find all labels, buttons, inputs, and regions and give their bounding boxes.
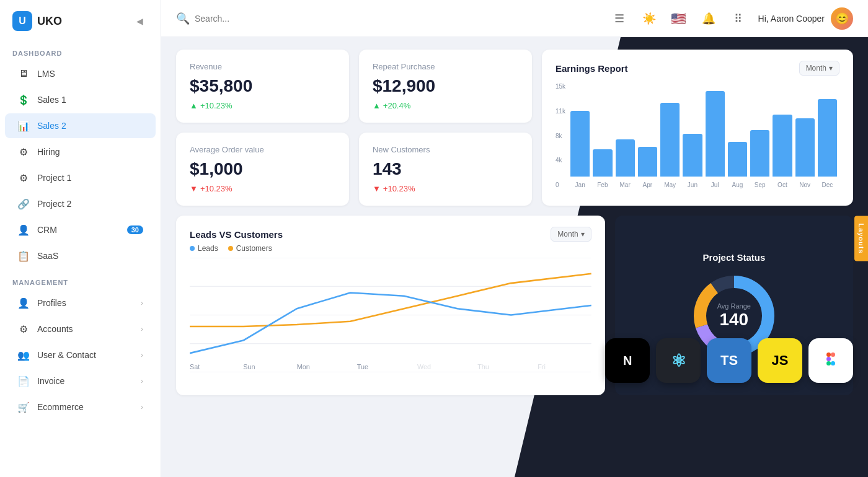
sidebar-item-hiring[interactable]: ⚙ Hiring bbox=[5, 139, 156, 164]
customers-line bbox=[190, 274, 591, 326]
down-arrow-icon: ▼ bbox=[190, 184, 198, 193]
ecommerce-icon: 🛒 bbox=[17, 401, 30, 413]
layouts-tab[interactable]: Layouts bbox=[854, 216, 868, 261]
bar-apr[interactable] bbox=[638, 147, 657, 177]
bar-nov[interactable] bbox=[795, 118, 815, 177]
y-axis-labels: 15k 11k 8k 4k 0 bbox=[556, 83, 568, 188]
bar-may[interactable] bbox=[660, 103, 680, 177]
bar-dec[interactable] bbox=[818, 99, 837, 177]
leads-line bbox=[190, 293, 591, 354]
bar-jan[interactable] bbox=[570, 111, 590, 177]
customers-legend-label: Customers bbox=[236, 244, 272, 253]
sidebar-item-sales2[interactable]: 📊 Sales 2 bbox=[5, 113, 156, 138]
new-customers-change-text: +10.23% bbox=[383, 184, 415, 193]
javascript-icon[interactable]: JS bbox=[758, 338, 802, 383]
donut-label: Avg Range 140 bbox=[717, 302, 751, 330]
sidebar-label-crm: CRM bbox=[37, 225, 120, 235]
bar-group-feb: Feb bbox=[593, 149, 612, 188]
sidebar-label-invoice: Invoice bbox=[37, 376, 133, 386]
apps-grid-icon[interactable]: ⠿ bbox=[728, 9, 748, 28]
revenue-change: ▲ +10.23% bbox=[190, 101, 335, 110]
sidebar-label-saas: SaaS bbox=[37, 251, 143, 261]
bar-label-feb: Feb bbox=[597, 182, 608, 188]
sidebar-label-project1: Project 1 bbox=[37, 173, 143, 183]
avg-order-change: ▼ +10.23% bbox=[190, 184, 335, 193]
earnings-period-selector[interactable]: Month ▾ bbox=[799, 61, 839, 76]
new-customers-value: 143 bbox=[373, 159, 518, 179]
menu-lines-icon[interactable]: ☰ bbox=[609, 9, 629, 28]
avg-order-value: $1,000 bbox=[190, 159, 335, 179]
new-customers-change: ▼ +10.23% bbox=[373, 184, 518, 193]
bar-label-aug: Aug bbox=[732, 182, 743, 188]
profiles-icon: 👤 bbox=[17, 297, 30, 309]
bar-group-nov: Nov bbox=[795, 118, 815, 188]
new-customers-label: New Customers bbox=[373, 145, 518, 154]
sidebar-item-profiles[interactable]: 👤 Profiles › bbox=[5, 291, 156, 315]
management-section-label: MANAGEMENT bbox=[0, 269, 161, 290]
bar-label-mar: Mar bbox=[620, 182, 631, 188]
sidebar-item-ecommerce[interactable]: 🛒 Ecommerce › bbox=[5, 395, 156, 419]
sidebar-label-sales1: Sales 1 bbox=[37, 95, 143, 105]
collapse-sidebar-button[interactable]: ◀ bbox=[131, 12, 148, 30]
content-area: Revenue $35,800 ▲ +10.23% Repeat Purchas… bbox=[161, 37, 868, 477]
bar-sep[interactable] bbox=[750, 130, 769, 177]
leads-legend-item: Leads bbox=[190, 244, 218, 253]
svg-text:N: N bbox=[623, 354, 632, 367]
sidebar-item-project1[interactable]: ⚙ Project 1 bbox=[5, 165, 156, 190]
bar-feb[interactable] bbox=[593, 149, 612, 177]
search-input[interactable] bbox=[195, 14, 319, 24]
tech-icons-row: N ⚛ TS JS bbox=[605, 338, 853, 383]
line-chart-svg: Sat Sun Mon Tue Wed Thu Fri 150 100 50 0 bbox=[190, 258, 591, 372]
nextjs-icon[interactable]: N bbox=[605, 338, 650, 383]
theme-toggle-icon[interactable]: ☀️ bbox=[639, 9, 659, 28]
bar-mar[interactable] bbox=[616, 139, 635, 177]
search-area: 🔍 bbox=[176, 12, 602, 25]
react-icon[interactable]: ⚛ bbox=[656, 338, 701, 383]
bar-jun[interactable] bbox=[683, 134, 702, 177]
sidebar-item-saas[interactable]: 📋 SaaS bbox=[5, 243, 156, 268]
bar-oct[interactable] bbox=[773, 115, 792, 177]
user-profile[interactable]: Hi, Aaron Cooper 😊 bbox=[758, 7, 853, 30]
customers-dot bbox=[228, 246, 233, 251]
svg-text:Tue: Tue bbox=[357, 363, 368, 370]
sidebar-item-invoice[interactable]: 📄 Invoice › bbox=[5, 369, 156, 393]
saas-icon: 📋 bbox=[17, 250, 30, 262]
leads-dot bbox=[190, 246, 195, 251]
bar-group-dec: Dec bbox=[818, 99, 837, 188]
repeat-purchase-card: Repeat Purchase $12,900 ▲ +20.4% bbox=[359, 50, 532, 123]
sidebar-item-lms[interactable]: 🖥 LMS bbox=[5, 61, 156, 86]
svg-point-27 bbox=[831, 361, 835, 365]
svg-text:Mon: Mon bbox=[297, 363, 310, 370]
bar-jul[interactable] bbox=[706, 91, 725, 177]
new-customers-card: New Customers 143 ▼ +10.23% bbox=[359, 133, 532, 206]
leads-period-selector[interactable]: Month ▾ bbox=[551, 227, 591, 242]
bar-group-oct: Oct bbox=[773, 115, 792, 188]
line-chart-container: Sat Sun Mon Tue Wed Thu Fri 150 100 50 0 bbox=[190, 258, 591, 372]
leads-header: Leads VS Customers Month ▾ bbox=[190, 227, 591, 242]
accounts-chevron-icon: › bbox=[141, 325, 143, 333]
svg-rect-22 bbox=[820, 349, 842, 372]
language-flag-icon[interactable]: 🇺🇸 bbox=[669, 9, 689, 28]
typescript-icon[interactable]: TS bbox=[707, 338, 751, 383]
sidebar-item-accounts[interactable]: ⚙ Accounts › bbox=[5, 317, 156, 341]
sidebar-label-profiles: Profiles bbox=[37, 298, 133, 308]
bar-group-sep: Sep bbox=[750, 130, 769, 188]
logo-text: UKO bbox=[37, 15, 62, 28]
sidebar-item-user-contact[interactable]: 👥 User & Contact › bbox=[5, 343, 156, 367]
figma-icon[interactable] bbox=[808, 338, 853, 383]
up-arrow-icon: ▲ bbox=[373, 101, 381, 110]
sidebar-label-ecommerce: Ecommerce bbox=[37, 402, 133, 412]
invoice-chevron-icon: › bbox=[141, 377, 143, 385]
sidebar-item-sales1[interactable]: 💲 Sales 1 bbox=[5, 87, 156, 112]
notification-bell-icon[interactable]: 🔔 bbox=[699, 9, 719, 28]
bar-label-nov: Nov bbox=[799, 182, 810, 188]
sidebar-item-crm[interactable]: 👤 CRM 30 bbox=[5, 217, 156, 242]
revenue-label: Revenue bbox=[190, 62, 335, 71]
bar-aug[interactable] bbox=[728, 142, 747, 177]
svg-text:Thu: Thu bbox=[477, 363, 489, 370]
svg-text:Fri: Fri bbox=[538, 363, 546, 370]
svg-rect-26 bbox=[826, 361, 831, 365]
sidebar-item-project2[interactable]: 🔗 Project 2 bbox=[5, 191, 156, 216]
header-actions: ☰ ☀️ 🇺🇸 🔔 ⠿ Hi, Aaron Cooper 😊 bbox=[609, 7, 853, 30]
crm-badge: 30 bbox=[127, 225, 143, 234]
